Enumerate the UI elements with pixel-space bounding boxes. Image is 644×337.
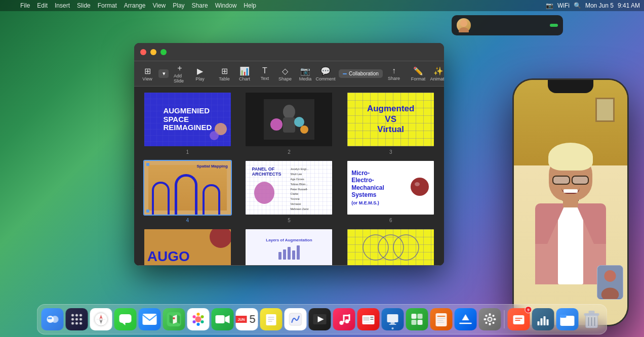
window-minimize-button[interactable] — [150, 49, 156, 55]
dock-keynote[interactable] — [382, 308, 404, 330]
photos-icon[interactable] — [187, 308, 210, 330]
slide-thumb-2[interactable] — [245, 92, 333, 147]
dock-mail[interactable] — [139, 308, 161, 330]
facetime-self-view[interactable] — [597, 265, 623, 300]
toolbar-zoom[interactable]: ▾ — [158, 69, 169, 78]
toolbar-chart-button[interactable]: 📊 Chart — [235, 64, 254, 83]
menubar-view[interactable]: View — [152, 2, 166, 9]
pages-icon[interactable] — [430, 308, 453, 330]
dock-appletv[interactable] — [309, 308, 331, 330]
toolbar-comment-button[interactable]: 💬 Comment — [316, 64, 335, 83]
menubar-format[interactable]: Format — [98, 2, 117, 9]
toolbar-format-button[interactable]: ✏️ Format — [409, 64, 427, 83]
menubar-share[interactable]: Share — [192, 2, 208, 9]
music-icon[interactable] — [333, 308, 355, 330]
finder-icon[interactable] — [42, 308, 64, 330]
dock-finder[interactable] — [42, 308, 64, 330]
slide-thumb-1[interactable]: AUGMENIEDSPACEREIMAGINED — [143, 92, 232, 147]
slide-item-5[interactable]: PANEL OFARCHITECTS Jocelyn Engl...Shuli … — [241, 160, 338, 223]
menubar-insert[interactable]: Insert — [55, 2, 70, 9]
slide-thumb-6[interactable]: Micro-Electro-MechanicalSystems(or M.E.M… — [346, 160, 435, 216]
slide-item-8[interactable]: Layers of Augmentation — [241, 228, 338, 265]
toolbar-collaboration-button[interactable]: Collaboration — [339, 69, 383, 78]
toolbar-play-button[interactable]: ▶ Play — [191, 64, 209, 83]
maps-icon[interactable] — [163, 308, 185, 330]
window-close-button[interactable] — [140, 49, 146, 55]
dock-safari[interactable] — [90, 308, 112, 330]
slide-item-9[interactable] — [342, 228, 439, 265]
appstore-icon[interactable] — [455, 308, 477, 330]
menubar-arrange[interactable]: Arrange — [124, 2, 146, 9]
dock-facetime[interactable] — [212, 308, 234, 330]
menubar-edit[interactable]: Edit — [37, 2, 48, 9]
trash-icon[interactable] — [581, 308, 603, 330]
freeform-icon[interactable] — [285, 308, 307, 330]
slide-item-2[interactable]: 2 — [241, 92, 338, 155]
toolbar-table-button[interactable]: ⊞ Table — [215, 64, 233, 83]
dock-istatmenus[interactable] — [532, 308, 554, 330]
menubar-file[interactable]: File — [20, 2, 30, 9]
slide-thumb-5[interactable]: PANEL OFARCHITECTS Jocelyn Engl...Shuli … — [245, 160, 333, 216]
facetime-switch-button[interactable] — [550, 24, 558, 27]
dock-systemprefs[interactable] — [479, 308, 501, 330]
search-icon[interactable]: 🔍 — [574, 2, 581, 9]
toolbar-addslide-button[interactable]: + Add Slide — [171, 62, 189, 86]
calendar-icon[interactable]: JUN 5 — [236, 308, 258, 330]
facetime-icon[interactable] — [212, 308, 234, 330]
dock-calendar[interactable]: JUN 5 — [236, 308, 258, 330]
reminders-icon[interactable]: 9 — [508, 308, 530, 330]
slide-item-1[interactable]: AUGMENIEDSPACEREIMAGINED 1 — [139, 92, 236, 155]
dock-photos[interactable] — [187, 308, 210, 330]
files-icon[interactable] — [556, 308, 579, 330]
istatmenus-icon[interactable] — [532, 308, 554, 330]
dock-numbers[interactable] — [406, 308, 428, 330]
toolbar-shape-button[interactable]: ◇ Shape — [276, 64, 294, 83]
toolbar-animate-button[interactable]: ✨ Animate — [429, 64, 444, 83]
dock-appstore[interactable] — [455, 308, 477, 330]
systemprefs-icon[interactable] — [479, 308, 501, 330]
mail-icon[interactable] — [139, 308, 161, 330]
dock-notes[interactable] — [260, 308, 283, 330]
toolbar-text-button[interactable]: T Text — [256, 64, 274, 83]
appletv-icon[interactable] — [309, 308, 331, 330]
dock-freeform[interactable] — [285, 308, 307, 330]
menubar-help[interactable]: Help — [244, 2, 256, 9]
dock-maps[interactable] — [163, 308, 185, 330]
slide-num-2: 2 — [288, 149, 291, 155]
slide-item-4[interactable]: Spatial Mapping 4 — [139, 160, 236, 223]
numbers-icon[interactable] — [406, 308, 428, 330]
news-icon[interactable] — [357, 308, 380, 330]
dock-music[interactable] — [333, 308, 355, 330]
slide-thumb-7[interactable]: AUGO — [143, 228, 232, 265]
svg-rect-72 — [371, 319, 374, 320]
toolbar-view-button[interactable]: ⊞ View — [138, 64, 156, 83]
dock-messages[interactable] — [114, 308, 137, 330]
dock-news[interactable] — [357, 308, 380, 330]
window-maximize-button[interactable] — [160, 49, 167, 55]
svg-point-7 — [270, 118, 283, 131]
slide6-title: Micro-Electro-MechanicalSystems(or M.E.M… — [351, 170, 408, 206]
menubar-window[interactable]: Window — [215, 2, 237, 9]
launchpad-icon[interactable] — [66, 308, 88, 330]
notes-icon[interactable] — [260, 308, 283, 330]
dock-files[interactable] — [556, 308, 579, 330]
dock-launchpad[interactable] — [66, 308, 88, 330]
dock-trash[interactable] — [581, 308, 603, 330]
dock-reminders[interactable]: 9 — [508, 308, 530, 330]
slide-thumb-9[interactable] — [346, 228, 435, 265]
slide-item-3[interactable]: AugmentedVSVirtual 3 — [342, 92, 439, 155]
toolbar-media-button[interactable]: 📷 Media — [296, 64, 314, 83]
slide-thumb-3[interactable]: AugmentedVSVirtual — [346, 92, 435, 147]
slide-thumb-8[interactable]: Layers of Augmentation — [245, 228, 333, 265]
toolbar-share-button[interactable]: ↑ Share — [385, 64, 403, 83]
slide-item-6[interactable]: Micro-Electro-MechanicalSystems(or M.E.M… — [342, 160, 439, 223]
slide-thumb-4[interactable]: Spatial Mapping — [143, 160, 232, 216]
menubar-play[interactable]: Play — [173, 2, 184, 9]
messages-icon[interactable] — [114, 308, 137, 330]
reminders-badge: 9 — [525, 306, 532, 313]
dock-pages[interactable] — [430, 308, 453, 330]
safari-icon[interactable] — [90, 308, 112, 330]
slide-item-7[interactable]: AUGO — [139, 228, 236, 265]
svg-rect-102 — [544, 316, 546, 325]
menubar-slide[interactable]: Slide — [77, 2, 91, 9]
